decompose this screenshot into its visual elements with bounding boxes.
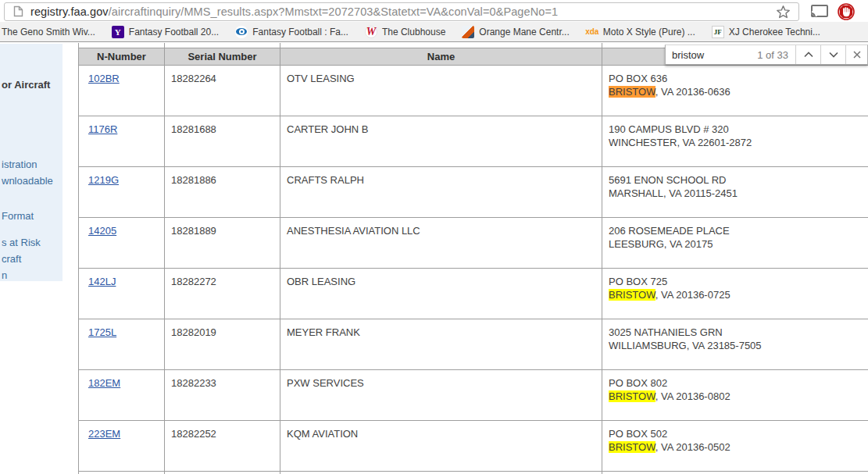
table-row: 182EM 18282233 PXW SERVICES PO BOX 802 B… — [79, 370, 868, 421]
bookmark-label: Fantasy Football 20... — [129, 27, 219, 37]
n-number-link[interactable]: 14205 — [88, 225, 116, 237]
address-cell: 206 ROSEMEADE PLACE LEESBURG, VA 20175 — [602, 218, 868, 269]
address-cell: PO BOX 502 BRISTOW, VA 20136-0502 — [602, 421, 868, 472]
owner-name-cell: MEYER FRANK — [280, 319, 602, 370]
address-cell: PO BOX 636 BRISTOW, VA 20136-0636 — [602, 66, 868, 116]
owner-name-cell: CRAFTS RALPH — [280, 167, 602, 218]
find-highlight: BRISTOW — [609, 86, 655, 98]
n-number-link[interactable]: 102BR — [88, 73, 120, 84]
address-line1: 206 ROSEMEADE PLACE — [609, 224, 865, 237]
address-line1: PO BOX 636 — [609, 72, 865, 85]
sidebar-link-partial[interactable]: n — [2, 269, 7, 281]
bookmark-fantasy-football-yahoo[interactable]: Y Fantasy Football 20... — [112, 26, 219, 38]
address-cell: 190 CAMPUS BLVD # 320 WINCHESTER, VA 226… — [602, 116, 868, 167]
address-line2: BRISTOW, VA 20136-0636 — [609, 85, 865, 98]
bookmark-label: XJ Cherokee Techni... — [729, 27, 820, 37]
owner-name-cell: OBR LEASING — [280, 269, 602, 319]
url-text[interactable]: registry.faa.gov/aircraftinquiry/MMS_res… — [30, 5, 772, 18]
bookmark-the-clubhouse[interactable]: W The Clubhouse — [365, 26, 445, 38]
find-next-button[interactable] — [821, 45, 845, 64]
n-number-link[interactable]: 223EM — [88, 428, 120, 440]
column-header-name: Name — [280, 48, 602, 66]
bookmark-xj-cherokee[interactable]: JF XJ Cherokee Techni... — [712, 26, 820, 38]
find-match-count: 1 of 33 — [757, 49, 795, 61]
bookmark-label: Orange Mane Centr... — [479, 27, 569, 37]
address-line2: WILLIAMSBURG, VA 23185-7505 — [609, 339, 865, 352]
find-query-input[interactable]: bristow — [666, 49, 757, 61]
n-number-link[interactable]: 1725L — [88, 326, 116, 338]
address-line2: BRISTOW, VA 20136-0802 — [609, 390, 865, 403]
find-close-icon[interactable] — [846, 45, 867, 64]
serial-number-cell: 18281886 — [165, 167, 280, 218]
bookmarks-bar: The Geno Smith Wiv... Y Fantasy Football… — [0, 22, 868, 42]
aircraft-results-table: N-Number Serial Number Name 102BR 182822… — [78, 43, 868, 474]
url-path: /aircraftinquiry/MMS_results.aspx?Mmstxt… — [109, 5, 558, 18]
find-highlight: BRISTOW — [609, 289, 655, 301]
column-header-serial-number: Serial Number — [165, 48, 280, 66]
find-previous-button[interactable] — [796, 45, 820, 64]
address-line1: 5691 ENON SCHOOL RD — [609, 173, 865, 187]
serial-number-cell: 18282264 — [165, 66, 280, 116]
table-row: 142LJ 18282272 OBR LEASING PO BOX 725 BR… — [79, 269, 868, 319]
bookmark-star-icon[interactable] — [772, 2, 794, 22]
n-number-link[interactable]: 1219G — [88, 174, 119, 186]
web-page: or Aircraft istration wnloadable Format … — [0, 42, 868, 474]
find-highlight: BRISTOW — [609, 390, 655, 402]
sidebar-link-downloadable[interactable]: wnloadable — [2, 175, 53, 187]
address-bar[interactable]: registry.faa.gov/aircraftinquiry/MMS_res… — [4, 2, 799, 21]
nationals-w-icon: W — [365, 26, 377, 38]
address-line1: PO BOX 502 — [609, 427, 865, 440]
jf-icon: JF — [712, 26, 724, 38]
orange-mane-icon — [462, 26, 474, 38]
sidebar-link-at-risk[interactable]: s at Risk — [2, 237, 41, 248]
table-row: 1219G 18281886 CRAFTS RALPH 5691 ENON SC… — [79, 167, 868, 218]
bookmark-orange-mane[interactable]: Orange Mane Centr... — [462, 26, 569, 38]
owner-name-cell: CARTER JOHN B — [280, 116, 602, 167]
serial-number-cell: 18281688 — [165, 116, 280, 167]
address-line2: WINCHESTER, VA 22601-2872 — [609, 136, 865, 149]
serial-number-cell: 18281889 — [165, 218, 280, 269]
sidebar-heading-aircraft: or Aircraft — [2, 79, 50, 91]
address-line2: LEESBURG, VA 20175 — [609, 237, 865, 251]
bookmark-label: Moto X Style (Pure) ... — [603, 27, 695, 37]
table-row: 102BR 18282264 OTV LEASING PO BOX 636 BR… — [79, 66, 868, 116]
url-host: registry.faa.gov — [30, 5, 109, 18]
table-row: 1725L 18282019 MEYER FRANK 3025 NATHANIE… — [79, 319, 868, 370]
bookmark-label: The Geno Smith Wiv... — [2, 27, 95, 37]
n-number-link[interactable]: 142LJ — [88, 276, 116, 287]
serial-number-cell: 18282019 — [165, 319, 280, 370]
address-cell: 5691 ENON SCHOOL RD MARSHALL, VA 20115-2… — [602, 167, 868, 218]
find-in-page-bar: bristow 1 of 33 — [665, 45, 868, 65]
address-cell: PO BOX 802 BRISTOW, VA 20136-0802 — [602, 370, 868, 421]
cbs-eye-icon — [235, 26, 248, 38]
yahoo-icon: Y — [112, 26, 124, 38]
find-highlight: BRISTOW — [609, 441, 655, 453]
serial-number-cell: 18282272 — [165, 269, 280, 319]
table-row: 1176R 18281688 CARTER JOHN B 190 CAMPUS … — [79, 116, 868, 167]
address-line1: 190 CAMPUS BLVD # 320 — [609, 123, 865, 136]
address-cell: PO BOX 725 BRISTOW, VA 20136-0725 — [602, 269, 868, 319]
adblock-icon[interactable] — [835, 2, 857, 22]
address-line2: MARSHALL, VA 20115-2451 — [609, 187, 865, 200]
browser-window: { "browser": { "url_host": "registry.faa… — [0, 0, 868, 474]
page-icon — [11, 5, 25, 19]
address-line2: BRISTOW, VA 20136-0725 — [609, 288, 865, 301]
owner-name-cell: OTV LEASING — [280, 66, 602, 116]
browser-toolbar: registry.faa.gov/aircraftinquiry/MMS_res… — [0, 0, 868, 22]
owner-name-cell: ANESTHESIA AVIATION LLC — [280, 218, 602, 269]
bookmark-fantasy-football-cbs[interactable]: Fantasy Football : Fa... — [235, 26, 348, 38]
bookmark-moto-x-style[interactable]: xda Moto X Style (Pure) ... — [586, 26, 695, 38]
sidebar-link-format[interactable]: Format — [2, 210, 34, 222]
sidebar-link-craft[interactable]: craft — [2, 253, 21, 265]
n-number-link[interactable]: 1176R — [88, 123, 117, 135]
cast-icon[interactable] — [809, 2, 830, 22]
address-line2: BRISTOW, VA 20136-0502 — [609, 440, 865, 454]
n-number-link[interactable]: 182EM — [88, 377, 120, 389]
table-row: 14205 18281889 ANESTHESIA AVIATION LLC 2… — [79, 218, 868, 269]
bookmark-label: The Clubhouse — [382, 27, 445, 37]
sidebar-link-registration[interactable]: istration — [2, 159, 38, 170]
bookmark-geno-smith[interactable]: The Geno Smith Wiv... — [2, 27, 95, 37]
table-row: 223EM 18282252 KQM AVIATION PO BOX 502 B… — [79, 421, 868, 472]
address-cell: 3025 NATHANIELS GRN WILLIAMSBURG, VA 231… — [602, 319, 868, 370]
owner-name-cell: KQM AVIATION — [280, 421, 602, 472]
